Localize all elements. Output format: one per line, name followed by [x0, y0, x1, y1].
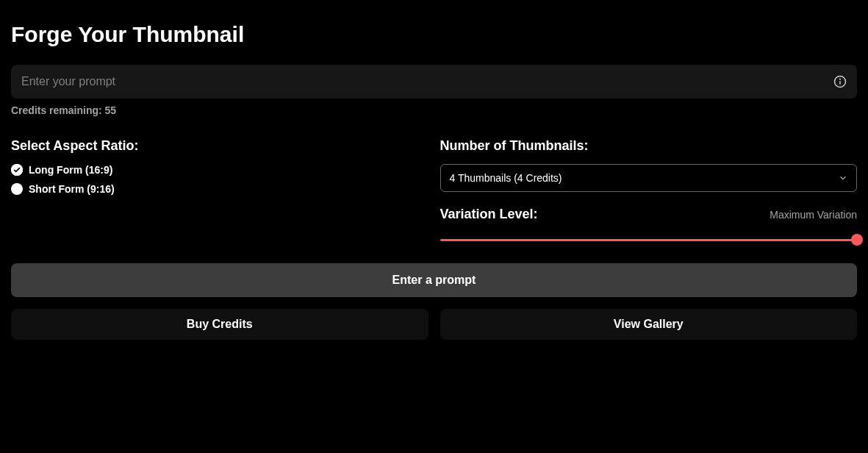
aspect-option-short-form[interactable]: Short Form (9:16): [11, 183, 428, 195]
thumbnail-count-label: Number of Thumbnails:: [440, 138, 858, 154]
aspect-option-label: Short Form (9:16): [29, 183, 115, 195]
page-title: Forge Your Thumbnail: [11, 22, 857, 47]
prompt-row: [11, 65, 857, 99]
thumbnail-count-select[interactable]: 4 Thumbnails (4 Credits): [440, 164, 858, 192]
radio-unselected-icon: [11, 183, 23, 195]
view-gallery-button[interactable]: View Gallery: [440, 309, 858, 340]
radio-selected-icon: [11, 164, 23, 176]
slider-thumb[interactable]: [851, 234, 863, 246]
aspect-option-long-form[interactable]: Long Form (16:9): [11, 164, 428, 176]
info-icon[interactable]: [833, 75, 847, 88]
generate-button[interactable]: Enter a prompt: [11, 263, 857, 297]
thumbnail-count-section: Number of Thumbnails: 4 Thumbnails (4 Cr…: [440, 138, 858, 246]
buy-credits-button[interactable]: Buy Credits: [11, 309, 428, 340]
variation-header: Variation Level: Maximum Variation: [440, 207, 858, 222]
aspect-ratio-label: Select Aspect Ratio:: [11, 138, 428, 154]
options-columns: Select Aspect Ratio: Long Form (16:9) Sh…: [11, 138, 857, 246]
aspect-option-label: Long Form (16:9): [29, 164, 112, 176]
slider-track: [440, 239, 858, 241]
credits-remaining: Credits remaining: 55: [11, 104, 857, 116]
aspect-ratio-section: Select Aspect Ratio: Long Form (16:9) Sh…: [11, 138, 428, 246]
svg-point-2: [840, 79, 841, 79]
variation-slider[interactable]: [440, 234, 858, 246]
thumbnail-count-select-wrap: 4 Thumbnails (4 Credits): [440, 164, 858, 192]
variation-value: Maximum Variation: [770, 209, 857, 221]
prompt-input[interactable]: [11, 65, 857, 99]
secondary-button-row: Buy Credits View Gallery: [11, 309, 857, 340]
variation-label: Variation Level:: [440, 207, 538, 222]
